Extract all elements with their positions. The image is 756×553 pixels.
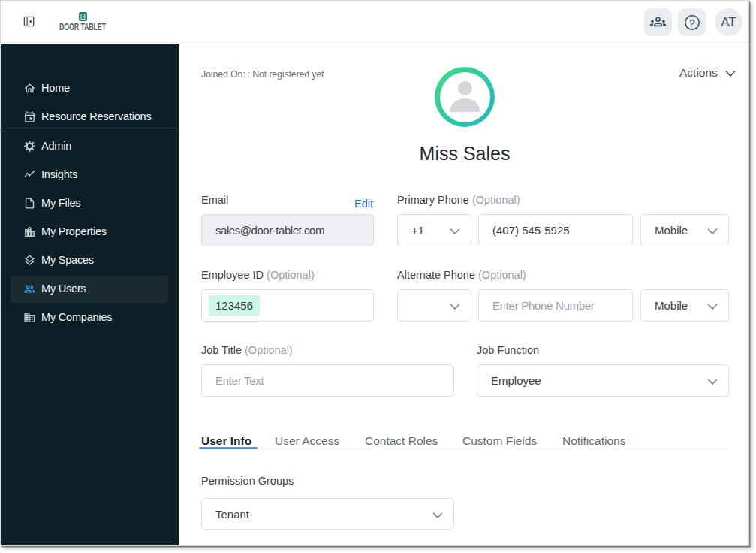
svg-text:?: ? xyxy=(689,17,695,28)
